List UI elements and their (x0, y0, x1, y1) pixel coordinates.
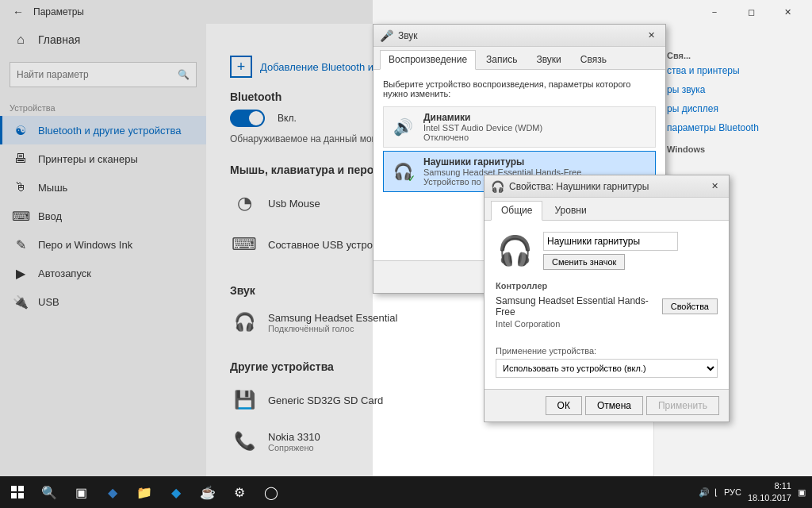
sidebar-printers-label: Принтеры и сканеры (38, 153, 138, 165)
sidebar-input-label: Ввод (38, 210, 62, 222)
bluetooth-toggle[interactable] (230, 110, 265, 127)
props-cancel-button[interactable]: Отмена (585, 396, 643, 415)
clock-time: 8:11 (748, 480, 791, 492)
back-button[interactable]: ← (6, 0, 30, 24)
tab-playback[interactable]: Воспроизведение (380, 50, 476, 70)
sound-dialog-titlebar: 🎤 Звук ✕ (373, 25, 665, 47)
sidebar: ⌂ Главная 🔍 Устройства ☯ Bluetooth и дру… (0, 24, 206, 476)
plus-icon: + (230, 56, 252, 78)
headset-info: Samsung Headset Essential Подключённый г… (268, 312, 397, 333)
sidebar-item-printers[interactable]: 🖶 Принтеры и сканеры (0, 144, 206, 173)
sd-card-icon: 💾 (230, 386, 259, 414)
props-controller-label: Контроллер (496, 281, 718, 291)
props-change-icon-button[interactable]: Сменить значок (543, 254, 625, 270)
nokia-item[interactable]: 📞 Nokia 3310 Сопряжено (230, 421, 630, 462)
tab-record[interactable]: Запись (477, 50, 526, 69)
explorer-button[interactable]: 📁 (130, 478, 159, 506)
props-usage-select[interactable]: Использовать это устройство (вкл.) (496, 359, 718, 378)
usb-mouse-info: Usb Mouse (268, 198, 320, 210)
sidebar-bluetooth-label: Bluetooth и другие устройства (38, 125, 181, 137)
search-input[interactable] (17, 69, 173, 80)
speaker-name: Динамики (423, 112, 542, 123)
headset-name: Samsung Headset Essential (268, 312, 397, 324)
nokia-info: Nokia 3310 Сопряжено (268, 431, 320, 452)
props-ok-button[interactable]: ОК (546, 396, 582, 415)
right-link-sound[interactable]: ры звука (667, 84, 799, 95)
props-tab-levels[interactable]: Уровни (544, 201, 596, 220)
bluetooth-toggle-label: Вкл. (278, 113, 297, 124)
sound-dialog-tabs: Воспроизведение Запись Звуки Связь (373, 47, 665, 70)
tab-communication[interactable]: Связь (572, 50, 615, 69)
search-icon: 🔍 (178, 69, 190, 80)
sidebar-item-input[interactable]: ⌨ Ввод (0, 202, 206, 230)
ie-button[interactable]: ◆ (162, 478, 190, 506)
edge-button[interactable]: ◆ (98, 478, 127, 506)
sidebar-mouse-label: Мышь (38, 182, 67, 194)
props-header: 🎧 Сменить значок (496, 232, 718, 270)
sound-device-speakers[interactable]: 🔊 Динамики Intel SST Audio Device (WDM) … (383, 106, 656, 148)
system-tray: 🔊 ⌊ (699, 487, 718, 498)
restore-button[interactable]: ◻ (733, 0, 769, 24)
taskbar-right: 🔊 ⌊ РУС 8:11 18.10.2017 ▣ (692, 480, 812, 505)
speaker-sub2: Отключено (423, 133, 542, 142)
props-controller-info: Samsung Headset Essential Hands-Free Int… (496, 295, 662, 337)
start-button[interactable] (3, 478, 32, 506)
network-icon[interactable]: ⌊ (714, 487, 718, 498)
sidebar-item-home[interactable]: ⌂ Главная (0, 24, 206, 56)
props-dialog-title: Свойства: Наушники гарнитуры (509, 181, 707, 192)
nokia-name: Nokia 3310 (268, 431, 320, 443)
sidebar-pen-label: Перо и Windows Ink (38, 239, 132, 251)
settings-titlebar: ← Параметры − ◻ ✕ (0, 0, 812, 24)
task-view-button[interactable]: ▣ (67, 478, 95, 506)
right-link-display[interactable]: ры дисплея (667, 103, 799, 114)
props-dialog-close[interactable]: ✕ (707, 179, 722, 194)
props-controller-button[interactable]: Свойства (662, 298, 718, 314)
props-controller-sub: Intel Corporation (496, 319, 662, 329)
mouse-icon: 🖰 (13, 179, 29, 195)
printer-icon: 🖶 (13, 151, 29, 167)
toggle-knob (249, 111, 263, 125)
props-name-input[interactable] (543, 232, 678, 251)
headset-icon: 🎧 (230, 308, 259, 337)
headset-sub: Подключённый голос (268, 324, 397, 333)
right-link-bluetooth[interactable]: параметры Bluetooth (667, 122, 799, 133)
right-link-devices[interactable]: ства и принтеры (667, 65, 799, 76)
close-button[interactable]: ✕ (769, 0, 806, 24)
search-box[interactable]: 🔍 (10, 62, 197, 87)
sound-dialog-title: Звук (398, 30, 643, 41)
props-device-icon: 🎧 (496, 232, 534, 270)
sound-dialog-icon: 🎤 (380, 29, 393, 42)
sidebar-item-autorun[interactable]: ▶ Автозапуск (0, 259, 206, 287)
sound-dialog-close[interactable]: ✕ (643, 28, 659, 44)
minimize-button[interactable]: − (696, 0, 733, 24)
props-dialog-icon: 🎧 (491, 180, 504, 193)
props-apply-button[interactable]: Применить (646, 396, 719, 415)
sidebar-usb-label: USB (38, 296, 59, 308)
sidebar-search-container: 🔍 (0, 56, 206, 94)
taskbar: 🔍 ▣ ◆ 📁 ◆ ☕ ⚙ ◯ 🔊 ⌊ РУС 8:11 18.10.2017 … (0, 476, 812, 508)
pen-icon: ✎ (13, 237, 29, 252)
svg-rect-3 (18, 493, 24, 498)
props-dialog-tabs: Общие Уровни (485, 198, 729, 221)
cortana-button[interactable]: ◯ (257, 478, 285, 506)
sidebar-item-bluetooth[interactable]: ☯ Bluetooth и другие устройства (0, 116, 206, 144)
usb-mouse-name: Usb Mouse (268, 198, 320, 210)
props-tab-general[interactable]: Общие (491, 201, 542, 221)
sidebar-item-mouse[interactable]: 🖰 Мышь (0, 173, 206, 202)
lang-indicator: РУС (724, 487, 741, 497)
sidebar-item-usb[interactable]: 🔌 USB (0, 287, 206, 316)
autorun-icon: ▶ (13, 265, 29, 281)
props-dialog-content: 🎧 Сменить значок Контроллер Samsung Head… (485, 221, 729, 389)
usb-icon: 🔌 (13, 294, 29, 310)
nokia-sub: Сопряжено (268, 443, 320, 452)
store-button[interactable]: ☕ (193, 478, 222, 506)
volume-icon[interactable]: 🔊 (699, 487, 710, 498)
sidebar-item-pen[interactable]: ✎ Перо и Windows Ink (0, 230, 206, 259)
tab-sounds[interactable]: Звуки (527, 50, 569, 69)
notification-icon[interactable]: ▣ (798, 487, 806, 498)
settings-taskbar-button[interactable]: ⚙ (225, 478, 254, 506)
sidebar-section-label: Устройства (0, 94, 206, 116)
home-icon: ⌂ (13, 32, 29, 48)
props-name-section: Сменить значок (543, 232, 678, 270)
search-taskbar-button[interactable]: 🔍 (35, 478, 63, 506)
